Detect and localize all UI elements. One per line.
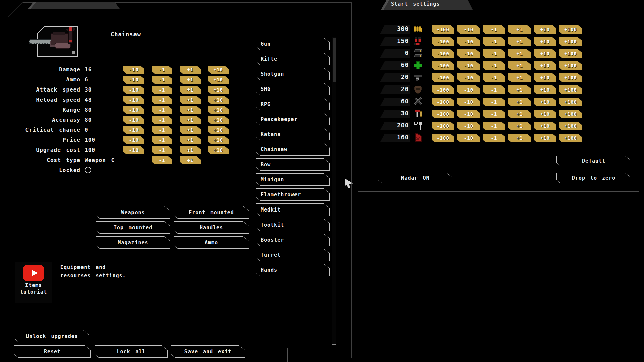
resource-adjust-button[interactable]: -1 xyxy=(483,110,505,118)
resource-adjust-button[interactable]: -1 xyxy=(483,73,505,82)
resource-adjust-button[interactable]: +10 xyxy=(534,110,556,118)
resource-adjust-buttons: -100 -10 -1 +1 +10 +100 xyxy=(432,61,586,70)
resource-value: 60 xyxy=(401,62,409,68)
resource-adjust-button[interactable]: -10 xyxy=(457,110,480,118)
resource-adjust-button[interactable]: +100 xyxy=(559,25,582,34)
weapon-list-item[interactable]: Katana xyxy=(256,128,330,140)
resource-adjust-button[interactable]: -100 xyxy=(432,98,454,106)
weapon-list-item[interactable]: Flamethrower xyxy=(256,188,330,201)
resource-adjust-button[interactable]: -10 xyxy=(457,73,480,82)
weapon-list-item[interactable]: Peacekeeper xyxy=(256,113,330,125)
default-button[interactable]: Default xyxy=(556,156,631,166)
resource-adjust-button[interactable]: -100 xyxy=(432,134,454,142)
footer-button[interactable]: Lock all xyxy=(95,345,168,358)
weapon-list-item-label: Bow xyxy=(261,162,271,168)
weapon-list-item[interactable]: Toolkit xyxy=(256,219,330,231)
resource-adjust-button[interactable]: +1 xyxy=(508,61,531,70)
resource-adjust-button[interactable]: -1 xyxy=(483,122,505,130)
resource-adjust-button[interactable]: -1 xyxy=(483,25,505,34)
resource-adjust-button[interactable]: +1 xyxy=(508,122,531,130)
resource-adjust-button[interactable]: +100 xyxy=(559,85,582,94)
weapon-list-item[interactable]: SMG xyxy=(256,83,330,95)
weapon-list-item-label: Toolkit xyxy=(261,222,284,228)
resource-adjust-button[interactable]: -10 xyxy=(457,122,480,130)
footer-button[interactable]: Reset xyxy=(14,345,91,358)
drop-to-zero-button[interactable]: Drop to zero xyxy=(556,173,631,183)
footer-button[interactable]: Save and exit xyxy=(171,345,245,358)
resource-adjust-button[interactable]: +1 xyxy=(508,134,531,142)
resource-adjust-buttons: -100 -10 -1 +1 +10 +100 xyxy=(432,110,586,118)
resource-adjust-button[interactable]: -100 xyxy=(432,61,454,70)
weapon-list-item-label: Minigun xyxy=(261,177,284,183)
resource-adjust-button[interactable]: +100 xyxy=(559,110,582,118)
weapon-list-item[interactable]: Gun xyxy=(256,38,330,50)
resource-adjust-button[interactable]: +100 xyxy=(559,134,582,142)
resource-adjust-button[interactable]: -100 xyxy=(432,110,454,118)
weapon-list-item[interactable]: Bow xyxy=(256,158,330,171)
weapon-list-item-label: Peacekeeper xyxy=(261,116,298,122)
weapon-list-item[interactable]: Rifle xyxy=(256,53,330,65)
resource-adjust-button[interactable]: -100 xyxy=(432,49,454,58)
resource-value: 200 xyxy=(397,122,409,129)
resource-adjust-button[interactable]: +10 xyxy=(534,37,556,46)
weapon-list-item[interactable]: Minigun xyxy=(256,173,330,186)
weapon-list-item[interactable]: Chainsaw xyxy=(256,143,330,156)
resource-adjust-button[interactable]: -100 xyxy=(432,25,454,34)
weapon-list-item[interactable]: Medkit xyxy=(256,203,330,216)
resource-adjust-button[interactable]: +100 xyxy=(559,122,582,130)
resource-adjust-button[interactable]: +10 xyxy=(534,98,556,106)
resource-adjust-button[interactable]: -10 xyxy=(457,98,480,106)
resource-adjust-button[interactable]: +1 xyxy=(508,110,531,118)
resource-adjust-button[interactable]: -10 xyxy=(457,25,480,34)
resource-row: 30 -100 -10 -1 +1 +10 xyxy=(378,109,613,121)
resource-adjust-button[interactable]: +1 xyxy=(508,73,531,82)
resource-adjust-button[interactable]: +10 xyxy=(534,61,556,70)
resource-adjust-button[interactable]: +1 xyxy=(508,37,531,46)
resource-adjust-button[interactable]: -100 xyxy=(432,73,454,82)
resource-adjust-button[interactable]: -100 xyxy=(432,122,454,130)
resource-adjust-button[interactable]: -1 xyxy=(483,134,505,142)
resource-adjust-button[interactable]: +10 xyxy=(534,73,556,82)
resource-adjust-button[interactable]: -10 xyxy=(457,37,480,46)
weapon-list-item[interactable]: Hands xyxy=(256,264,330,276)
weapon-list-item-label: Booster xyxy=(261,237,284,243)
resource-adjust-button[interactable]: +10 xyxy=(534,122,556,130)
radar-label: Radar ON xyxy=(401,175,429,181)
start-settings-panel: Start settings 300 -100 -10 xyxy=(358,1,639,192)
resource-adjust-button[interactable]: +100 xyxy=(559,98,582,106)
resource-value: 160 xyxy=(397,134,409,141)
resource-adjust-button[interactable]: -100 xyxy=(432,85,454,94)
resource-adjust-button[interactable]: -100 xyxy=(432,37,454,46)
resource-adjust-button[interactable]: +100 xyxy=(559,37,582,46)
weapon-list-item-label: Shotgun xyxy=(261,71,284,77)
resource-adjust-button[interactable]: -1 xyxy=(483,37,505,46)
weapon-list: Gun Rifle Shotgun SMG RPG xyxy=(256,38,330,279)
weapon-list-item[interactable]: Turret xyxy=(256,249,330,261)
weapon-list-scrollbar[interactable] xyxy=(332,37,336,345)
resource-adjust-button[interactable]: +100 xyxy=(559,49,582,58)
resource-adjust-button[interactable]: +10 xyxy=(534,134,556,142)
radar-toggle-button[interactable]: Radar ON xyxy=(378,173,452,183)
resource-adjust-button[interactable]: +1 xyxy=(508,85,531,94)
resource-adjust-button[interactable]: +10 xyxy=(534,85,556,94)
resource-adjust-button[interactable]: -1 xyxy=(483,61,505,70)
weapon-list-item[interactable]: Shotgun xyxy=(256,68,330,80)
weapon-list-item[interactable]: RPG xyxy=(256,98,330,110)
resource-adjust-button[interactable]: -10 xyxy=(457,85,480,94)
scrollbar-thumb[interactable] xyxy=(333,38,336,82)
resource-adjust-button[interactable]: +1 xyxy=(508,49,531,58)
resource-adjust-button[interactable]: +1 xyxy=(508,98,531,106)
resource-adjust-button[interactable]: +10 xyxy=(534,49,556,58)
weapon-list-item[interactable]: Booster xyxy=(256,234,330,246)
resource-adjust-button[interactable]: -10 xyxy=(457,61,480,70)
resource-adjust-button[interactable]: -10 xyxy=(457,49,480,58)
resource-adjust-button[interactable]: -1 xyxy=(483,49,505,58)
resource-adjust-button[interactable]: -1 xyxy=(483,85,505,94)
resource-adjust-button[interactable]: -1 xyxy=(483,98,505,106)
resource-adjust-buttons: -100 -10 -1 +1 +10 +100 xyxy=(432,85,586,94)
resource-adjust-button[interactable]: +10 xyxy=(534,25,556,34)
resource-adjust-button[interactable]: +100 xyxy=(559,61,582,70)
resource-adjust-button[interactable]: +100 xyxy=(559,73,582,82)
resource-adjust-button[interactable]: -10 xyxy=(457,134,480,142)
resource-adjust-button[interactable]: +1 xyxy=(508,25,531,34)
